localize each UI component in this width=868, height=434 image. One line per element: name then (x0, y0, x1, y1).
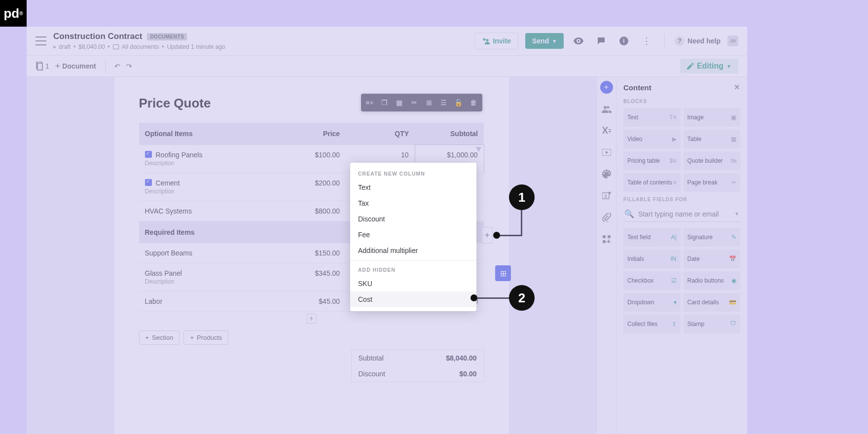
block-quote-builder[interactable]: Quote builder🛍 (684, 151, 741, 170)
field-text[interactable]: Text fieldA| (623, 228, 681, 247)
search-input[interactable] (638, 210, 730, 218)
status-dot (53, 46, 56, 48)
brand-logo: pd® (0, 0, 27, 27)
folder-icon (113, 44, 119, 49)
add-products-button[interactable]: +Products (183, 330, 228, 345)
undo-button[interactable]: ↶ (114, 62, 120, 70)
field-date[interactable]: Date📅 (684, 250, 741, 268)
document-type-badge: DOCUMENTS (147, 33, 187, 40)
field-signature[interactable]: Signature✎ (684, 228, 741, 247)
block-pricing-table[interactable]: Pricing table$≡ (623, 151, 681, 170)
field-initials[interactable]: InitialsIN (623, 250, 681, 268)
block-toc[interactable]: Table of contents≡ (623, 173, 681, 192)
add-column-button[interactable]: + (482, 227, 493, 244)
field-dropdown[interactable]: Dropdown▾ (623, 293, 681, 312)
lock-icon[interactable]: 🔓 (452, 96, 466, 109)
svg-text:i: i (623, 37, 624, 44)
dropdown-item-cost[interactable]: Cost (350, 291, 476, 307)
comment-icon[interactable] (593, 33, 609, 49)
dropdown-item-multiplier[interactable]: Additional multiplier (350, 243, 476, 258)
cut-icon[interactable]: ✂ (407, 96, 421, 109)
person-plus-icon (482, 37, 490, 44)
dropdown-item-text[interactable]: Text (350, 180, 476, 195)
col-heading-price: Price (277, 123, 346, 145)
block-page-break[interactable]: Page break✂ (684, 173, 741, 192)
updated-text: Updated 1 minute ago (167, 43, 225, 50)
avatar[interactable]: JD (727, 36, 738, 46)
header-bar: Construction Contract DOCUMENTS draft • … (27, 27, 747, 56)
status-text: draft (59, 43, 71, 50)
content-panel: Content✕ BLOCKS TextT≡ Image▣ Video▶ Tab… (616, 77, 747, 434)
more-icon[interactable]: ⋮ (639, 33, 654, 49)
checkbox-icon[interactable] (145, 151, 152, 158)
dropdown-item-discount[interactable]: Discount (350, 211, 476, 227)
side-rail: + $ (596, 77, 616, 434)
col-heading-qty: QTY (346, 123, 415, 145)
table-context-toolbar: ≡+ ❐ ▦ ✂ ⊞ ☰ 🔓 🗑 (361, 94, 482, 111)
send-button[interactable]: Send ▼ (525, 33, 564, 49)
field-radio[interactable]: Radio buttons◉ (684, 271, 741, 290)
column-type-dropdown: CREATE NEW COLUMN Text Tax Discount Fee … (350, 163, 476, 311)
rail-workflow-icon[interactable]: $ (600, 189, 613, 202)
grid-icon[interactable]: ▦ (393, 96, 406, 109)
svg-rect-10 (603, 240, 606, 243)
chevron-down-icon[interactable]: ▼ (734, 211, 739, 217)
menu-icon[interactable] (36, 36, 46, 45)
totals-box: Subtotal$8,040.00 Discount$0.00 (351, 350, 484, 382)
rail-theme-icon[interactable] (600, 168, 613, 181)
add-row-button[interactable]: + (307, 314, 317, 324)
delete-icon[interactable]: 🗑 (467, 96, 480, 109)
floating-add-button[interactable]: ⊞ (495, 265, 511, 281)
preview-icon[interactable] (571, 33, 586, 49)
rail-design-icon[interactable] (600, 146, 613, 159)
dropdown-item-sku[interactable]: SKU (350, 276, 476, 291)
rail-apps-icon[interactable] (600, 233, 613, 246)
dropdown-item-tax[interactable]: Tax (350, 195, 476, 211)
close-icon[interactable]: ✕ (734, 83, 740, 92)
invite-button[interactable]: Invite (474, 33, 518, 49)
field-checkbox[interactable]: Checkbox☑ (623, 271, 681, 290)
duplicate-icon[interactable]: ❐ (378, 96, 392, 109)
rail-attach-icon[interactable] (600, 211, 613, 224)
add-document-button[interactable]: +Document (55, 61, 96, 72)
annotation-dot (470, 294, 477, 301)
search-icon: 🔍 (624, 209, 634, 218)
info-icon[interactable]: i (616, 33, 632, 49)
page-count-button[interactable]: 1 (36, 62, 49, 71)
svg-rect-3 (37, 63, 42, 70)
svg-text:$: $ (604, 194, 607, 199)
amount-text: $8,040.00 (78, 43, 105, 50)
annotation-2: 2 (509, 285, 535, 311)
canvas[interactable]: Price Quote ≡+ ❐ ▦ ✂ ⊞ ☰ 🔓 🗑 Optional It… (27, 77, 596, 434)
folder-name[interactable]: All documents (122, 43, 159, 50)
block-video[interactable]: Video▶ (623, 130, 681, 148)
svg-rect-9 (608, 235, 611, 238)
editing-mode-button[interactable]: Editing▼ (680, 59, 738, 73)
annotation-1: 1 (509, 184, 535, 210)
add-section-button[interactable]: +Section (139, 330, 180, 345)
field-card[interactable]: Card details💳 (684, 293, 741, 312)
svg-rect-8 (603, 235, 606, 238)
checkbox-icon[interactable] (145, 179, 152, 186)
recipient-search[interactable]: 🔍 ▼ (623, 206, 740, 222)
redo-button[interactable]: ↷ (126, 62, 132, 70)
document-title: Construction Contract (53, 32, 142, 41)
rail-people-icon[interactable] (600, 103, 613, 115)
block-table[interactable]: Table▦ (684, 130, 741, 148)
doc-toolbar: 1 +Document ↶ ↷ Editing▼ (27, 56, 747, 77)
annotation-dot (493, 232, 500, 239)
pencil-icon (687, 63, 694, 70)
rail-add-icon[interactable]: + (600, 81, 613, 94)
col-heading-name: Optional Items (139, 123, 277, 145)
add-row-icon[interactable]: ≡+ (363, 96, 377, 109)
field-collect-files[interactable]: Collect files⇪ (623, 315, 681, 333)
block-text[interactable]: TextT≡ (623, 108, 681, 127)
block-image[interactable]: Image▣ (684, 108, 741, 127)
settings-icon[interactable]: ☰ (437, 96, 451, 109)
need-help-button[interactable]: ?Need help (675, 36, 721, 46)
field-stamp[interactable]: Stamp⛉ (684, 315, 741, 333)
col-heading-subtotal: Subtotal (415, 123, 484, 145)
rail-variables-icon[interactable] (600, 124, 613, 137)
insert-icon[interactable]: ⊞ (422, 96, 436, 109)
dropdown-item-fee[interactable]: Fee (350, 227, 476, 243)
